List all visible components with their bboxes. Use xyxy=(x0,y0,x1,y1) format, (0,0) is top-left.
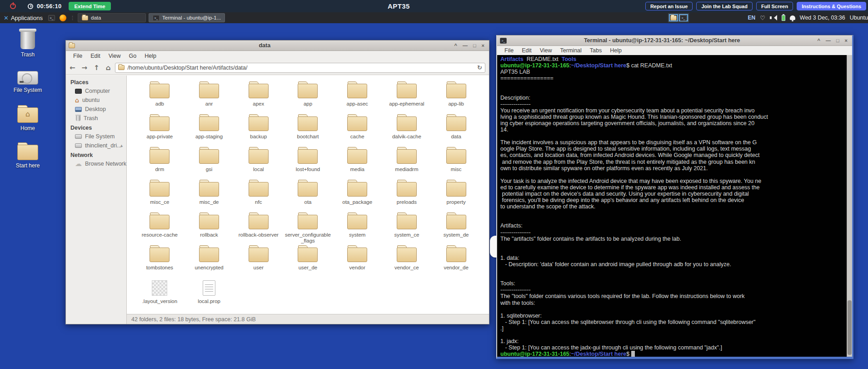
extend-time-button[interactable]: Extend Time xyxy=(69,2,110,10)
file-item[interactable]: apex xyxy=(234,82,283,115)
file-item[interactable]: server_configurable_flags xyxy=(283,213,333,246)
firefox-launcher-icon[interactable] xyxy=(60,15,66,21)
task-button[interactable]: >_Terminal - ubuntu@ip-1... xyxy=(149,13,225,22)
instructions-questions-button[interactable]: Instructions & Questions xyxy=(797,2,866,10)
menu-file[interactable]: File xyxy=(70,52,86,60)
sidebar-item-ubuntu[interactable]: ⌂ubuntu xyxy=(66,96,126,105)
sidebar-item-desktop[interactable]: Desktop xyxy=(66,105,126,114)
sidebar-item-trash[interactable]: Trash xyxy=(66,114,126,123)
file-item[interactable]: bootchart xyxy=(283,115,333,147)
battery-icon[interactable] xyxy=(782,15,785,21)
file-item[interactable]: user_de xyxy=(283,246,333,278)
reload-icon[interactable]: ↻ xyxy=(477,64,482,71)
file-item[interactable]: nfc xyxy=(234,180,283,213)
up-icon[interactable]: ↑ xyxy=(94,64,100,72)
file-item[interactable]: system xyxy=(333,213,382,246)
eject-icon[interactable]: ▲ xyxy=(120,143,124,148)
heart-icon[interactable]: ♡ xyxy=(760,15,765,21)
terminal-content[interactable]: Artifacts README.txt Toolsubuntu@ip-172-… xyxy=(497,55,852,357)
menu-file[interactable]: File xyxy=(501,46,517,55)
file-item[interactable]: unencrypted xyxy=(185,246,234,278)
file-item[interactable]: vendor_de xyxy=(431,246,481,278)
sidebar-item-computer[interactable]: Computer xyxy=(66,86,126,96)
desktop-icon-file-system[interactable]: File System xyxy=(6,64,49,101)
menu-view[interactable]: View xyxy=(536,46,556,55)
file-item[interactable]: app-ephemeral xyxy=(382,82,432,115)
menu-go[interactable]: Go xyxy=(125,52,140,60)
applications-menu-icon[interactable]: ✕ xyxy=(4,15,9,21)
file-item[interactable]: lost+found xyxy=(283,147,333,180)
file-item[interactable]: anr xyxy=(185,82,234,115)
close-icon[interactable]: × xyxy=(845,38,848,43)
file-item[interactable]: drm xyxy=(135,147,185,180)
full-screen-button[interactable]: Full Screen xyxy=(756,2,793,10)
window-box-files[interactable] xyxy=(669,14,678,21)
menu-help[interactable]: Help xyxy=(141,52,160,60)
file-item[interactable]: preloads xyxy=(382,180,432,213)
file-item[interactable]: app xyxy=(283,82,333,115)
file-item[interactable]: local xyxy=(234,147,283,180)
menu-tabs[interactable]: Tabs xyxy=(586,46,605,55)
path-text[interactable]: /home/ubuntu/Desktop/Start here/Artifact… xyxy=(127,65,474,71)
home-icon[interactable]: ⌂ xyxy=(106,64,111,72)
file-item[interactable]: dalvik-cache xyxy=(382,115,432,147)
menu-terminal[interactable]: Terminal xyxy=(557,46,585,55)
sidebar-item-thinclient-dri-[interactable]: thinclient_dri...▲ xyxy=(66,141,126,150)
minimize-icon[interactable]: — xyxy=(826,38,831,43)
file-item[interactable]: cache xyxy=(333,115,382,147)
window-box-terminal[interactable]: >_ xyxy=(679,14,688,21)
forward-icon[interactable]: → xyxy=(82,64,88,72)
file-item[interactable]: misc_ce xyxy=(135,180,185,213)
path-bar[interactable]: /home/ubuntu/Desktop/Start here/Artifact… xyxy=(115,63,485,73)
file-item[interactable]: tombstones xyxy=(135,246,185,278)
shade-icon[interactable]: ^ xyxy=(817,38,820,43)
maximize-icon[interactable]: □ xyxy=(473,43,476,48)
panel-handle[interactable] xyxy=(490,236,497,258)
terminal-titlebar[interactable]: >_ Terminal - ubuntu@ip-172-31-31-165: ~… xyxy=(497,35,852,46)
file-item[interactable]: local.prop xyxy=(185,278,234,311)
file-item[interactable]: app-private xyxy=(135,115,185,147)
desktop-icon-trash[interactable]: Trash xyxy=(6,26,49,64)
file-item[interactable]: backup xyxy=(234,115,283,147)
menu-help[interactable]: Help xyxy=(606,46,625,55)
file-item[interactable]: app-lib xyxy=(431,82,481,115)
file-item[interactable]: ota_package xyxy=(333,180,382,213)
desktop-icon-home[interactable]: ⌂Home xyxy=(6,101,49,138)
volume-icon[interactable] xyxy=(770,15,777,20)
shade-icon[interactable]: ^ xyxy=(454,43,457,48)
menu-edit[interactable]: Edit xyxy=(87,52,104,60)
file-item[interactable]: system_de xyxy=(431,213,481,246)
maximize-icon[interactable]: □ xyxy=(836,38,839,43)
window-switcher[interactable]: >_ xyxy=(668,13,689,22)
menu-view[interactable]: View xyxy=(105,52,125,60)
file-item[interactable]: rollback xyxy=(185,213,234,246)
keyboard-layout[interactable]: EN xyxy=(748,15,756,21)
file-item[interactable]: vendor_ce xyxy=(382,246,432,278)
file-item[interactable]: misc_de xyxy=(185,180,234,213)
menu-edit[interactable]: Edit xyxy=(518,46,535,55)
back-icon[interactable]: ← xyxy=(70,64,75,72)
file-item[interactable]: mediadrm xyxy=(382,147,432,180)
task-button[interactable]: data xyxy=(78,13,146,22)
sidebar-item-file-system[interactable]: File System xyxy=(66,132,126,141)
join-the-lab-squad-button[interactable]: Join the Lab Squad xyxy=(696,2,752,10)
report-an-issue-button[interactable]: Report an Issue xyxy=(645,2,693,10)
file-item[interactable]: vendor xyxy=(333,246,382,278)
applications-menu[interactable]: Applications xyxy=(11,15,43,21)
file-item[interactable]: gsi xyxy=(185,147,234,180)
file-item[interactable]: adb xyxy=(135,82,185,115)
file-item[interactable]: misc xyxy=(431,147,481,180)
file-item[interactable]: data xyxy=(431,115,481,147)
file-item[interactable]: .layout_version xyxy=(135,278,185,311)
tray-clock[interactable]: Wed 3 Dec, 03:36 xyxy=(800,15,845,21)
terminal-scrollbar[interactable] xyxy=(847,55,852,357)
scrollbar-thumb[interactable] xyxy=(848,300,852,355)
terminal-launcher-icon[interactable]: >_ xyxy=(48,15,55,21)
power-icon[interactable] xyxy=(10,3,16,9)
file-item[interactable]: app-asec xyxy=(333,82,382,115)
file-item[interactable]: rollback-observer xyxy=(234,213,283,246)
file-item[interactable]: app-staging xyxy=(185,115,234,147)
file-item[interactable]: system_ce xyxy=(382,213,432,246)
sidebar-item-browse-network[interactable]: ☁Browse Network xyxy=(66,159,126,168)
file-item[interactable]: resource-cache xyxy=(135,213,185,246)
